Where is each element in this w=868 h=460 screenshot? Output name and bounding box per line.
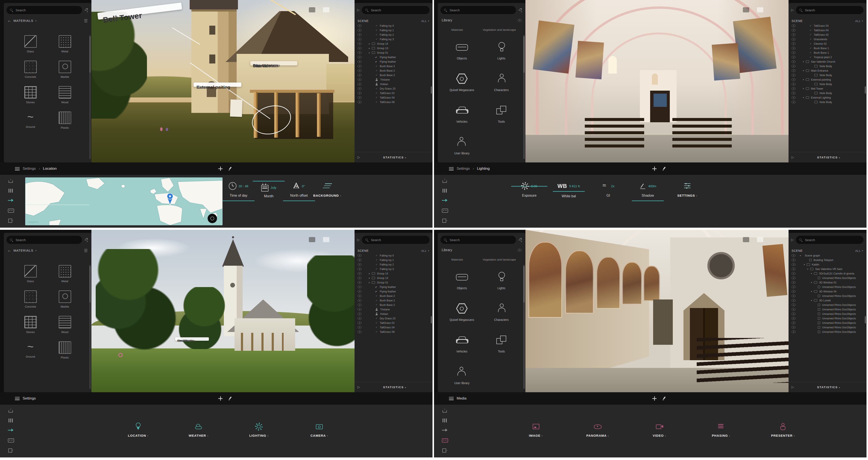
- view-toggle-icon[interactable]: [84, 19, 88, 23]
- visibility-eye-icon[interactable]: [358, 326, 362, 329]
- visibility-eye-icon[interactable]: [792, 38, 796, 40]
- expand-caret-icon[interactable]: [811, 271, 814, 276]
- material-category[interactable]: Metal: [59, 35, 71, 53]
- visibility-eye-icon[interactable]: [358, 254, 362, 257]
- visibility-eye-icon[interactable]: [358, 294, 362, 297]
- library-category[interactable]: User library: [454, 137, 470, 155]
- scene-filter-dropdown[interactable]: ALL▾: [421, 249, 429, 253]
- statistics-icon[interactable]: [8, 189, 13, 193]
- export-icon[interactable]: [442, 448, 447, 453]
- visibility-eye-icon[interactable]: [358, 277, 362, 279]
- hamburger-menu-icon[interactable]: [449, 397, 454, 400]
- shadow-widget[interactable]: 400m Shadow: [632, 181, 664, 201]
- scene-item-row[interactable]: Group 13: [354, 46, 430, 51]
- visibility-eye-icon[interactable]: [358, 42, 362, 45]
- material-category[interactable]: Marble: [59, 290, 71, 308]
- visibility-eye-icon[interactable]: [792, 304, 796, 306]
- scene-item-row[interactable]: Bush Base 2: [354, 73, 430, 77]
- viewport-overlay-icon[interactable]: [309, 7, 315, 12]
- eye-icon[interactable]: [518, 249, 522, 252]
- visibility-eye-icon[interactable]: [792, 83, 796, 86]
- visibility-eye-icon[interactable]: [358, 24, 362, 27]
- scene-item-row[interactable]: Flying feather: [354, 55, 430, 59]
- visibility-eye-icon[interactable]: [358, 74, 362, 77]
- visibility-eye-icon[interactable]: [358, 299, 362, 302]
- material-category[interactable]: Wood: [59, 86, 71, 104]
- visibility-eye-icon[interactable]: [358, 290, 362, 293]
- settings-tab-icon[interactable]: [8, 198, 13, 203]
- search-input[interactable]: [449, 238, 513, 242]
- visibility-eye-icon[interactable]: [792, 74, 796, 77]
- scene-item-row[interactable]: Falling ivy 3: [354, 267, 430, 271]
- scene-search-input[interactable]: [371, 238, 426, 242]
- scene-item-row[interactable]: External painting: [788, 77, 864, 82]
- visibility-eye-icon[interactable]: [792, 42, 796, 45]
- scene-interior-corridor[interactable]: [525, 230, 788, 392]
- material-category[interactable]: Plastic: [59, 341, 71, 359]
- view-toggle-icon[interactable]: [84, 249, 88, 253]
- exposure-widget[interactable]: 0.00 Exposure: [519, 181, 539, 201]
- library-category[interactable]: Lights: [495, 271, 508, 290]
- visibility-eye-icon[interactable]: [358, 33, 362, 36]
- import-icon[interactable]: [442, 408, 447, 413]
- visibility-eye-icon[interactable]: [792, 326, 796, 329]
- scene-item-row[interactable]: Dry Grass 23: [354, 316, 430, 321]
- share-icon[interactable]: [84, 238, 88, 242]
- visibility-eye-icon[interactable]: [792, 87, 796, 90]
- scene-item-row[interactable]: 3D Lunett: [788, 298, 864, 303]
- visibility-eye-icon[interactable]: [358, 78, 362, 81]
- material-category[interactable]: Glass: [24, 35, 37, 53]
- scene-item-row[interactable]: Note Body: [788, 100, 864, 104]
- scene-item-row[interactable]: 3D Window 04: [788, 289, 864, 294]
- material-category[interactable]: Stones: [24, 86, 37, 104]
- import-icon[interactable]: [8, 408, 13, 413]
- collapse-arrow-icon[interactable]: ▷: [791, 238, 794, 242]
- visibility-eye-icon[interactable]: [358, 304, 362, 306]
- scene-exterior-sunset[interactable]: Bell Tower North External paiting West S…: [91, 0, 354, 163]
- scrollbar[interactable]: [89, 35, 91, 159]
- library-category[interactable]: Vehicles: [456, 105, 468, 123]
- edit-pencil-icon[interactable]: [662, 396, 666, 401]
- statistics-icon[interactable]: [8, 419, 13, 422]
- visibility-eye-icon[interactable]: [358, 47, 362, 50]
- visibility-eye-icon[interactable]: [792, 60, 796, 63]
- time-slider[interactable]: [222, 201, 255, 201]
- scene-item-row[interactable]: Unnamed Rhino DocObjects: [788, 312, 864, 316]
- library-category[interactable]: Characters: [494, 303, 508, 321]
- scene-item-row[interactable]: Falling ivy 3: [354, 37, 430, 41]
- scene-filter-dropdown[interactable]: ALL▾: [855, 20, 863, 23]
- visibility-eye-icon[interactable]: [358, 101, 362, 104]
- scene-item-row[interactable]: Note Body: [788, 64, 864, 68]
- visibility-eye-icon[interactable]: [358, 96, 362, 99]
- expand-statistics-icon[interactable]: ▷: [792, 385, 794, 389]
- scene-item-row[interactable]: 3DrSud131 Carrello di giverta: [788, 271, 864, 276]
- scene-item-row[interactable]: Falling ivy 2: [354, 32, 430, 37]
- visibility-eye-icon[interactable]: [792, 33, 796, 36]
- visibility-eye-icon[interactable]: [792, 96, 796, 99]
- back-arrow-icon[interactable]: ←: [7, 248, 11, 253]
- visibility-eye-icon[interactable]: [358, 281, 362, 284]
- white-balance-slider[interactable]: [553, 191, 585, 192]
- white-balance-widget[interactable]: WB5 611 K White bal: [553, 181, 585, 201]
- hamburger-menu-icon[interactable]: [15, 397, 20, 400]
- viewport-overlay-icon[interactable]: [743, 7, 749, 12]
- library-category-materials[interactable]: Materials: [439, 28, 475, 31]
- scene-item-row[interactable]: Group 01: [354, 51, 430, 55]
- material-category[interactable]: Glass: [24, 265, 37, 283]
- scene-search-input[interactable]: [805, 8, 860, 12]
- scene-item-row[interactable]: Bush Base 2: [354, 294, 430, 298]
- scene-item-row[interactable]: Tristane: [354, 307, 430, 312]
- north-offset-slider[interactable]: [283, 201, 315, 201]
- library-category[interactable]: Quixel Megascans: [450, 303, 474, 321]
- expand-caret-icon[interactable]: [803, 77, 806, 82]
- visibility-eye-icon[interactable]: [358, 286, 362, 288]
- scene-item-row[interactable]: Flying feather: [354, 285, 430, 289]
- breadcrumb-root[interactable]: Settings: [457, 167, 470, 171]
- expand-caret-icon[interactable]: [811, 280, 814, 285]
- expand-caret-icon[interactable]: [369, 271, 372, 276]
- media-section-button[interactable]: VIDEO ›: [648, 423, 671, 437]
- visibility-eye-icon[interactable]: [792, 308, 796, 311]
- scrollbar[interactable]: [431, 254, 432, 381]
- settings-tab-icon[interactable]: [442, 428, 447, 432]
- scene-item-row[interactable]: Kaldin: [788, 262, 864, 267]
